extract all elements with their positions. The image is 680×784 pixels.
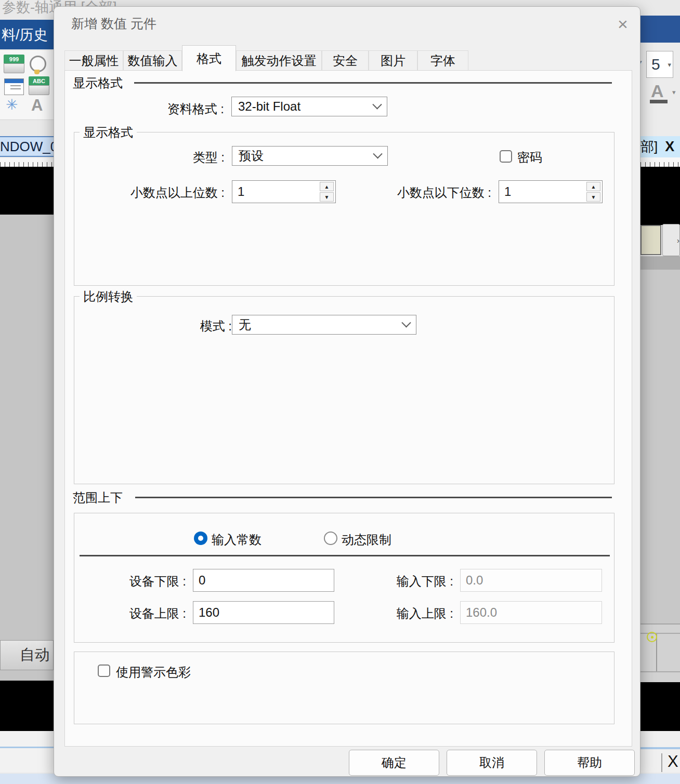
ok-button[interactable]: 确定 — [349, 750, 439, 776]
selection-anchor-icon — [647, 632, 657, 642]
tab-numeric-input[interactable]: 数值输入 — [123, 50, 182, 71]
section-divider — [135, 497, 612, 498]
device-high-label: 设备上限 : — [108, 605, 186, 622]
range-divider — [80, 555, 610, 556]
mode-value: 无 — [239, 316, 251, 333]
canvas-right-bottom — [640, 682, 680, 731]
canvas-right-top — [640, 167, 680, 225]
font-color-underline — [650, 100, 668, 103]
password-label: 密码 — [517, 149, 542, 166]
password-checkbox[interactable] — [500, 150, 512, 163]
spark-icon[interactable]: ✳ — [6, 96, 18, 113]
left-panel-background — [0, 215, 54, 681]
use-warning-colors-checkbox[interactable] — [98, 665, 110, 677]
auto-button-label: 自动 — [20, 645, 50, 666]
ascii-text-icon[interactable]: ABC — [29, 76, 49, 95]
panel-ridge — [640, 671, 680, 672]
section-range-header: 范围上下 — [73, 489, 123, 506]
input-high-label: 输入上限 : — [375, 605, 453, 622]
right-bottom-panels — [640, 623, 680, 682]
radio-dynamic-limits-label: 动态限制 — [342, 531, 391, 548]
scale-group-title: 比例转换 — [80, 288, 137, 305]
dialog-close-icon[interactable]: × — [611, 13, 634, 35]
editor-tab-label: 部] — [640, 138, 658, 156]
type-dropdown[interactable]: 预设 — [232, 146, 388, 166]
device-high-input[interactable] — [193, 601, 334, 624]
element-palette: 999 ABC ✳ A — [0, 50, 54, 120]
footer-close-x[interactable]: X — [668, 752, 678, 771]
radio-input-constant-label: 输入常数 — [212, 531, 261, 548]
format-tab-panel: 显示格式 资料格式 : 32-bit Float 显示格式 类型 : 预设 密码… — [64, 70, 632, 747]
divider-right — [640, 747, 680, 749]
spin-up-icon[interactable]: ▲ — [586, 182, 600, 191]
warning-colors-box: 使用警示色彩 — [74, 652, 614, 724]
list-window-icon[interactable] — [4, 78, 24, 95]
spin-down-icon[interactable]: ▼ — [586, 192, 600, 202]
canvas-left-top — [0, 167, 54, 215]
spin-down-icon[interactable]: ▼ — [320, 192, 334, 202]
tab-security[interactable]: 安全 — [322, 50, 369, 71]
tab-font[interactable]: 字体 — [417, 50, 468, 71]
left-footer-strip — [0, 731, 54, 773]
window-tree-selected-item[interactable]: NDOW_01 — [0, 136, 54, 157]
cancel-button[interactable]: 取消 — [447, 750, 537, 776]
frac-digits-label: 小数点以下位数 : — [355, 184, 491, 201]
int-digits-value: 1 — [238, 184, 244, 199]
radio-input-constant[interactable] — [194, 531, 207, 545]
right-panel-background — [640, 270, 680, 623]
device-low-label: 设备下限 : — [108, 573, 186, 590]
font-size-combo[interactable]: 5 ▾ — [646, 51, 673, 78]
auto-button-element[interactable]: 自动 — [0, 640, 54, 670]
tab-picture[interactable]: 图片 — [369, 50, 417, 71]
chevron-down-icon — [401, 318, 411, 327]
numeric-display-icon[interactable]: 999 — [4, 55, 24, 73]
letter-a-icon[interactable]: A — [31, 96, 43, 115]
scale-conversion-groupbox: 比例转换 模式 : 无 — [74, 296, 614, 484]
tab-format[interactable]: 格式 — [182, 45, 236, 71]
editor-tab-close-icon[interactable]: X — [665, 139, 674, 155]
display-format-groupbox: 显示格式 类型 : 预设 密码 小数点以上位数 : 1 ▲ ▼ 小数点以下位数 … — [74, 132, 614, 286]
canvas-element-beige[interactable] — [640, 225, 661, 255]
tab-data-history[interactable]: 料/历史 — [0, 20, 54, 49]
data-format-dropdown[interactable]: 32-bit Float — [231, 97, 387, 116]
footer-separator — [661, 753, 662, 772]
range-groupbox: 输入常数 动态限制 设备下限 : 输入下限 : 设备上限 : 输入上限 : — [74, 513, 614, 643]
editor-tab-all[interactable]: 部] X — [640, 136, 680, 157]
divider-left — [0, 747, 54, 748]
type-label: 类型 : — [107, 149, 225, 166]
chevron-down-icon — [373, 149, 382, 158]
frac-digits-spinner[interactable]: 1 ▲ ▼ — [499, 180, 603, 203]
section-display-format-header: 显示格式 — [73, 75, 123, 91]
help-button[interactable]: 帮助 — [544, 750, 635, 776]
radio-dynamic-limits[interactable] — [324, 531, 337, 545]
int-digits-spinner[interactable]: 1 ▲ ▼ — [232, 180, 336, 203]
canvas-left-bottom — [0, 681, 54, 731]
mode-dropdown[interactable]: 无 — [232, 315, 416, 335]
tab-data-history-label: 料/历史 — [2, 25, 48, 44]
input-low-label: 输入下限 : — [375, 573, 453, 590]
spin-up-icon[interactable]: ▲ — [320, 182, 334, 191]
ruler-right — [640, 157, 680, 167]
mode-label: 模式 : — [133, 318, 232, 335]
dialog-title: 新增 数值 元件 — [71, 15, 156, 32]
lightbulb-icon[interactable] — [30, 56, 46, 72]
font-color-button[interactable]: A — [651, 82, 664, 100]
add-numeric-element-dialog: 新增 数值 元件 × 一般属性 数值输入 格式 触发动作设置 安全 图片 字体 … — [54, 6, 640, 777]
device-low-input[interactable] — [193, 569, 334, 592]
section-divider — [134, 82, 612, 84]
tab-general[interactable]: 一般属性 — [64, 50, 123, 71]
frac-digits-value: 1 — [504, 184, 511, 199]
chevron-down-icon — [372, 100, 382, 109]
display-format-group-title: 显示格式 — [80, 124, 137, 141]
canvas-button-element[interactable]: › — [662, 224, 680, 256]
font-color-dropdown-icon[interactable]: ▾ — [672, 88, 676, 96]
input-low-input — [460, 569, 602, 592]
data-format-value: 32-bit Float — [238, 99, 300, 114]
int-digits-label: 小数点以上位数 : — [86, 184, 225, 201]
data-format-label: 资料格式 : — [86, 101, 224, 117]
use-warning-colors-label: 使用警示色彩 — [116, 664, 191, 681]
chevron-down-icon: ▾ — [668, 61, 673, 69]
type-value: 预设 — [239, 148, 264, 164]
tab-trigger-action[interactable]: 触发动作设置 — [236, 50, 322, 71]
right-strip — [640, 256, 680, 270]
